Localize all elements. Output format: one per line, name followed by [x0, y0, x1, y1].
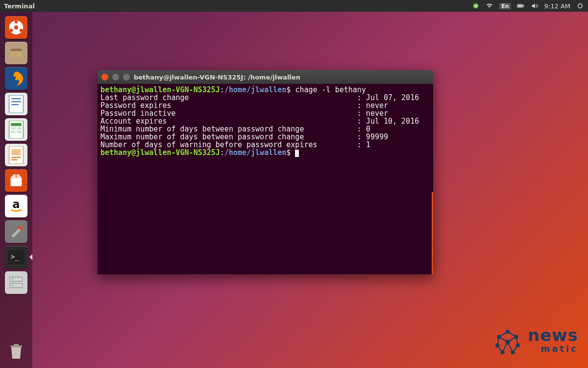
svg-rect-25: [11, 157, 21, 158]
launcher-files[interactable]: [3, 40, 29, 66]
svg-rect-20: [17, 127, 22, 130]
update-icon[interactable]: [472, 2, 480, 10]
system-tray: En 9:12 AM: [472, 2, 584, 10]
svg-rect-2: [523, 5, 524, 7]
window-titlebar[interactable]: bethany@jlwallen-VGN-NS325J: /home/jlwal…: [98, 70, 433, 84]
language-indicator[interactable]: En: [499, 3, 511, 9]
terminal-window: bethany@jlwallen-VGN-NS325J: /home/jlwal…: [98, 70, 433, 274]
top-menubar: Terminal En 9:12 AM: [0, 0, 588, 12]
window-minimize-button[interactable]: [112, 74, 119, 80]
launcher-terminal[interactable]: >_: [3, 244, 29, 270]
battery-icon[interactable]: [517, 2, 525, 10]
session-icon[interactable]: [576, 2, 584, 10]
svg-point-0: [473, 3, 479, 9]
scrollbar-edge[interactable]: [432, 192, 433, 274]
launcher-calc[interactable]: [3, 117, 29, 142]
svg-text:>_: >_: [11, 253, 19, 261]
active-app-label: Terminal: [4, 2, 35, 10]
window-title: bethany@jlwallen-VGN-NS325J: /home/jlwal…: [134, 74, 300, 81]
launcher-dash[interactable]: [3, 15, 29, 40]
wifi-icon[interactable]: [486, 2, 493, 10]
unity-launcher: a>_: [0, 12, 32, 368]
svg-point-33: [12, 279, 14, 280]
svg-rect-18: [11, 123, 22, 126]
launcher-software[interactable]: [3, 168, 29, 193]
launcher-servers[interactable]: [3, 270, 29, 295]
svg-rect-31: [10, 277, 23, 282]
svg-rect-10: [11, 49, 22, 51]
svg-point-8: [10, 28, 13, 32]
svg-rect-32: [10, 283, 23, 288]
volume-icon[interactable]: [531, 2, 539, 10]
clock[interactable]: 9:12 AM: [544, 2, 570, 10]
svg-rect-19: [11, 127, 16, 130]
window-maximize-button[interactable]: [123, 74, 130, 80]
launcher-settings[interactable]: [3, 219, 29, 244]
svg-rect-24: [11, 149, 21, 155]
watermark-text: news matic: [528, 328, 578, 356]
launcher-impress[interactable]: [3, 142, 29, 168]
terminal-content[interactable]: bethany@jlwallen-VGN-NS325J:/home/jlwall…: [98, 84, 433, 274]
svg-rect-15: [11, 101, 21, 102]
svg-text:a: a: [12, 198, 20, 210]
watermark: news matic: [490, 325, 578, 359]
svg-point-7: [15, 20, 18, 24]
svg-point-9: [20, 28, 23, 32]
svg-rect-14: [11, 98, 21, 99]
svg-point-4: [578, 4, 582, 8]
watermark-globe-icon: [490, 325, 525, 359]
launcher-writer[interactable]: [3, 91, 29, 117]
svg-rect-22: [17, 131, 22, 133]
launcher-firefox[interactable]: [3, 66, 29, 91]
window-close-button[interactable]: [101, 74, 108, 80]
svg-point-34: [12, 285, 14, 286]
svg-rect-16: [11, 104, 18, 105]
svg-point-6: [14, 26, 19, 30]
svg-rect-11: [11, 52, 22, 57]
launcher-amazon[interactable]: a: [3, 193, 29, 219]
launcher-trash[interactable]: [3, 339, 29, 364]
svg-rect-3: [518, 5, 522, 7]
svg-rect-21: [11, 131, 16, 133]
svg-rect-26: [11, 159, 17, 160]
